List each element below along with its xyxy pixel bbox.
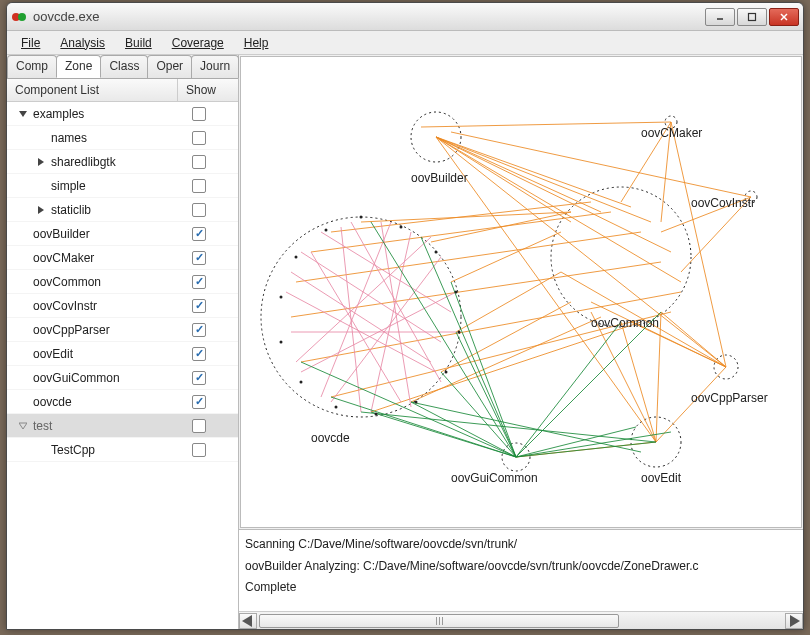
scroll-right-button[interactable]	[785, 613, 803, 629]
svg-line-57	[321, 232, 451, 312]
svg-point-98	[325, 229, 328, 232]
expander-icon[interactable]	[17, 420, 29, 432]
tree-row[interactable]: oovCovInstr	[7, 294, 238, 318]
svg-line-49	[456, 272, 561, 332]
tree-header: Component List Show	[7, 79, 238, 102]
tree-row[interactable]: examples	[7, 102, 238, 126]
expander-icon[interactable]	[17, 108, 29, 120]
tree-item-label: examples	[33, 107, 192, 121]
tree-row[interactable]: oovGuiCommon	[7, 366, 238, 390]
svg-line-24	[421, 122, 671, 127]
svg-line-47	[411, 317, 601, 402]
menu-coverage[interactable]: Coverage	[164, 33, 232, 53]
menu-help[interactable]: Help	[236, 33, 277, 53]
tree-row[interactable]: staticlib	[7, 198, 238, 222]
node-label-oovbuilder: oovBuilder	[411, 171, 468, 185]
node-label-oovcppparser: oovCppParser	[691, 391, 768, 405]
component-tree[interactable]: examplesnamessharedlibgtksimplestaticlib…	[7, 102, 238, 629]
show-checkbox[interactable]	[192, 131, 206, 145]
show-checkbox[interactable]	[192, 107, 206, 121]
svg-line-77	[371, 222, 516, 457]
tree-row[interactable]: oovCMaker	[7, 246, 238, 270]
svg-line-39	[361, 212, 571, 222]
show-checkbox[interactable]	[192, 395, 206, 409]
expander-none	[17, 300, 29, 312]
tree-item-label: oovCovInstr	[33, 299, 192, 313]
tree-row[interactable]: sharedlibgtk	[7, 150, 238, 174]
tree-item-label: oovCMaker	[33, 251, 192, 265]
tree-item-label: oovGuiCommon	[33, 371, 192, 385]
expander-none	[17, 276, 29, 288]
maximize-button[interactable]	[737, 8, 767, 26]
log-line: Complete	[245, 577, 797, 599]
window-title: oovcde.exe	[33, 9, 705, 24]
show-checkbox[interactable]	[192, 299, 206, 313]
scroll-track[interactable]	[257, 613, 785, 629]
tab-journ[interactable]: Journ	[191, 55, 239, 78]
tree-row[interactable]: simple	[7, 174, 238, 198]
tree-row[interactable]: names	[7, 126, 238, 150]
node-label-oovcovinstr: oovCovInstr	[691, 196, 755, 210]
scroll-left-button[interactable]	[239, 613, 257, 629]
show-checkbox[interactable]	[192, 251, 206, 265]
tab-zone[interactable]: Zone	[56, 55, 101, 78]
expander-icon[interactable]	[35, 204, 47, 216]
minimize-button[interactable]	[705, 8, 735, 26]
svg-point-94	[300, 381, 303, 384]
tree-item-label: oovcde	[33, 395, 192, 409]
show-checkbox[interactable]	[192, 155, 206, 169]
tree-item-label: staticlib	[51, 203, 192, 217]
node-label-oovcde: oovcde	[311, 431, 350, 445]
scroll-thumb[interactable]	[259, 614, 619, 628]
expander-icon[interactable]	[35, 156, 47, 168]
svg-line-48	[441, 302, 571, 372]
right-panel: oovBuilder oovCMaker oovCovInstr oovComm…	[239, 55, 803, 629]
menubar: File Analysis Build Coverage Help	[7, 31, 803, 55]
titlebar[interactable]: oovcde.exe	[7, 3, 803, 31]
svg-line-56	[301, 252, 441, 342]
show-checkbox[interactable]	[192, 275, 206, 289]
svg-point-91	[415, 401, 418, 404]
tree-row[interactable]: oovEdit	[7, 342, 238, 366]
tree-row[interactable]: TestCpp	[7, 438, 238, 462]
tree-item-label: test	[33, 419, 192, 433]
svg-point-89	[458, 331, 461, 334]
tree-item-label: simple	[51, 179, 192, 193]
log-hscrollbar[interactable]	[239, 611, 803, 629]
tree-row[interactable]: oovcde	[7, 390, 238, 414]
tab-comp[interactable]: Comp	[7, 55, 57, 78]
show-checkbox[interactable]	[192, 419, 206, 433]
expander-none	[35, 180, 47, 192]
svg-point-95	[280, 341, 283, 344]
show-checkbox[interactable]	[192, 203, 206, 217]
graph-canvas[interactable]: oovBuilder oovCMaker oovCovInstr oovComm…	[240, 56, 802, 528]
tree-row[interactable]: test	[7, 414, 238, 438]
show-checkbox[interactable]	[192, 179, 206, 193]
show-checkbox[interactable]	[192, 443, 206, 457]
tab-oper[interactable]: Oper	[147, 55, 192, 78]
tree-row[interactable]: oovCommon	[7, 270, 238, 294]
expander-none	[17, 348, 29, 360]
svg-line-40	[331, 202, 591, 232]
tree-row[interactable]: oovBuilder	[7, 222, 238, 246]
menu-file[interactable]: File	[13, 33, 48, 53]
header-show[interactable]: Show	[178, 79, 238, 101]
svg-line-23	[436, 137, 681, 282]
menu-analysis[interactable]: Analysis	[52, 33, 113, 53]
svg-marker-7	[38, 158, 44, 166]
node-label-oovedit: oovEdit	[641, 471, 682, 485]
menu-build[interactable]: Build	[117, 33, 160, 53]
tree-row[interactable]: oovCppParser	[7, 318, 238, 342]
show-checkbox[interactable]	[192, 227, 206, 241]
tree-item-label: names	[51, 131, 192, 145]
show-checkbox[interactable]	[192, 323, 206, 337]
show-checkbox[interactable]	[192, 347, 206, 361]
tab-class[interactable]: Class	[100, 55, 148, 78]
header-component-list[interactable]: Component List	[7, 79, 178, 101]
tree-item-label: oovCommon	[33, 275, 192, 289]
svg-marker-100	[790, 615, 800, 627]
show-checkbox[interactable]	[192, 371, 206, 385]
close-button[interactable]	[769, 8, 799, 26]
panel-tabs: Comp Zone Class Oper Journ	[7, 55, 238, 79]
log-output[interactable]: Scanning C:/Dave/Mine/software/oovcde/sv…	[239, 530, 803, 611]
